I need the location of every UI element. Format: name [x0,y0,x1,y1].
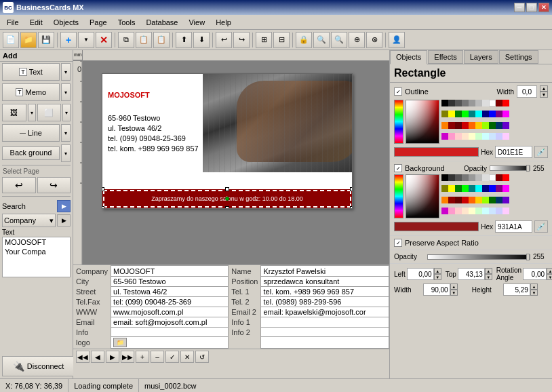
swatch[interactable] [448,111,455,117]
swatch[interactable] [448,185,455,192]
swatch[interactable] [462,133,469,140]
width-spin-up[interactable]: ▲ [540,85,548,92]
db-nav-first[interactable]: ◀◀ [76,351,90,363]
search-go-button[interactable]: ▶ [57,200,71,212]
cell-info[interactable] [111,328,229,337]
swatch[interactable] [496,185,502,192]
canvas-scroll[interactable]: MOJOSOFT 65-960 Testowo ul. Testowa 46/2… [83,61,389,264]
zoom-100-button[interactable]: ⊗ [366,32,382,48]
swatch[interactable] [462,100,469,106]
swatch[interactable] [455,133,462,140]
outline-checkbox[interactable]: ✓ [394,87,402,96]
sel-handle-br[interactable] [350,206,353,209]
width-spin-down[interactable]: ▼ [540,92,548,98]
swatch[interactable] [482,185,489,192]
swatch[interactable] [482,197,489,203]
rotation-spin-down[interactable]: ▼ [547,274,552,280]
swatch[interactable] [441,100,448,106]
new-button[interactable]: 📄 [3,32,19,48]
outline-spectrum[interactable] [394,100,403,144]
close-button[interactable]: ✕ [538,3,549,12]
swatch[interactable] [475,133,482,140]
swatch[interactable] [475,197,482,203]
swatch[interactable] [455,174,462,181]
cell-company[interactable]: MOJOSOFT [111,266,229,277]
swatch[interactable] [455,122,462,129]
move-back-button[interactable]: ⬇ [193,32,210,48]
bg-color-area[interactable] [406,174,439,218]
db-nav-add[interactable]: + [136,351,149,363]
cell-tel2[interactable]: tel. (0989) 989-299-596 [261,297,389,307]
swatch[interactable] [489,100,496,106]
undo-button[interactable]: ↩ [216,32,232,48]
swatch[interactable] [455,111,462,117]
outline-dropper-button[interactable]: 💉 [534,146,548,158]
swatch[interactable] [475,208,482,214]
width-input[interactable] [517,85,537,98]
main-opacity-slider[interactable] [427,254,530,260]
cell-logo[interactable]: 📁 [111,337,229,349]
swatch[interactable] [482,174,489,181]
resize2-button[interactable]: ⊟ [273,32,290,48]
cell-email2[interactable]: email: kpawelski@mojosoft.cor [261,307,389,317]
swatch[interactable] [441,133,448,140]
swatch[interactable] [496,208,502,214]
swatch[interactable] [496,133,502,140]
paste2-button[interactable]: 📋 [153,32,170,48]
width-coord-input[interactable] [423,283,450,296]
sel-handle-bl[interactable] [102,206,104,209]
height-spin-up[interactable]: ▲ [530,283,538,290]
swatch[interactable] [496,197,502,203]
swatch[interactable] [475,185,482,192]
menu-database[interactable]: Database [140,17,183,28]
add-dropdown-button[interactable]: ▼ [78,32,94,48]
db-nav-confirm[interactable]: ✓ [165,351,179,363]
menu-objects[interactable]: Objects [48,17,84,28]
memo-add-button[interactable]: T Memo [2,83,60,101]
swatch[interactable] [502,208,509,214]
sel-handle-tc[interactable] [225,187,229,191]
swatch[interactable] [462,185,469,192]
cell-email[interactable]: email: soft@mojosoft.com.pl [111,317,229,328]
add-object-button[interactable]: + [60,32,77,48]
menu-view[interactable]: View [183,17,210,28]
image-button[interactable]: 🖼 [2,104,26,121]
swatch[interactable] [462,208,469,214]
swatch[interactable] [462,197,469,203]
swatch[interactable] [441,185,448,192]
swatch[interactable] [489,185,496,192]
outline-color-area[interactable] [406,100,439,144]
swatch[interactable] [502,111,509,117]
swatch[interactable] [469,100,475,106]
swatch[interactable] [496,122,502,129]
page-next-button[interactable]: ↪ [37,177,71,193]
rotation-spin-up[interactable]: ▲ [547,268,552,274]
tab-effects[interactable]: Effects [428,50,462,64]
swatch[interactable] [469,185,475,192]
menu-edit[interactable]: Edit [24,17,48,28]
bg-dropper-button[interactable]: 💉 [534,220,548,233]
cell-www[interactable]: www.mojosoft.com.pl [111,307,229,317]
cell-name[interactable]: Krzysztof Pawelski [261,266,389,277]
cell-info2[interactable] [261,328,389,337]
bg-opacity-slider[interactable] [490,165,530,171]
swatch[interactable] [502,133,509,140]
swatch[interactable] [455,185,462,192]
resize1-button[interactable]: ⊞ [256,32,272,48]
menu-tools[interactable]: Tools [113,17,141,28]
search-option-button[interactable]: ▶ [57,214,71,227]
search-results-list[interactable]: MOJOSOFT Your Compa [2,237,71,277]
swatch[interactable] [448,208,455,214]
search-item-1[interactable]: MOJOSOFT [3,237,70,247]
height-input[interactable] [503,283,530,296]
db-nav-prev[interactable]: ◀ [91,351,104,363]
swatch[interactable] [455,197,462,203]
line-add-button[interactable]: — Line [2,124,60,142]
copy-button[interactable]: ⧉ [118,32,134,48]
height-spin-down[interactable]: ▼ [530,290,538,296]
bg-checkbox[interactable]: ✓ [394,164,402,172]
line-dropdown-button[interactable]: ▾ [61,124,71,142]
swatch[interactable] [441,174,448,181]
redo-button[interactable]: ↪ [233,32,250,48]
left-spin-up[interactable]: ▲ [434,268,441,274]
